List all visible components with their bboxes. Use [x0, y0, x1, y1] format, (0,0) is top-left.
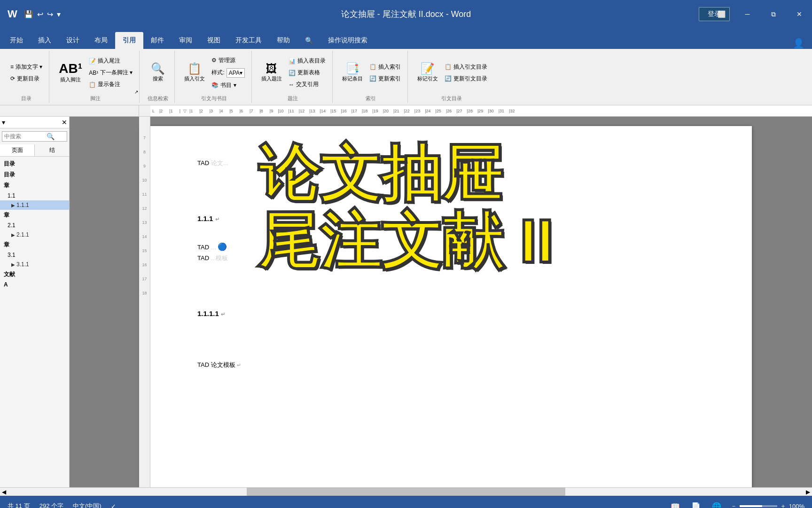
tab-mail[interactable]: 邮件 [143, 32, 172, 49]
doc-heading-1-1-1[interactable]: 1.1.1 ↵ [197, 214, 695, 222]
footnote-icon: AB¹ [59, 62, 82, 75]
update-table-of-authorities-button[interactable]: 🔄 更新引文目录 [443, 74, 489, 84]
scroll-right-button[interactable]: ▶ [804, 489, 812, 495]
tab-start[interactable]: 开始 [2, 32, 31, 49]
insert-index-button[interactable]: 📋 插入索引 [367, 62, 403, 72]
footnote-label: 插入脚注 [60, 76, 81, 83]
nav-item-bibliography[interactable]: 文献 [0, 269, 69, 280]
undo-icon[interactable]: ↩ [37, 10, 43, 19]
research-group-label: 信息检索 [148, 95, 168, 102]
doc-content[interactable]: TAD 论文... 1.1.1 ↵ TAD ... 🔵 TAD ...模板 1.… [197, 159, 695, 369]
style-select[interactable]: 样式: APA ▾ [210, 67, 246, 79]
insert-endnote-button[interactable]: 📝 插入尾注 [87, 56, 134, 66]
tab-help[interactable]: 帮助 [269, 32, 297, 49]
show-notes-button[interactable]: 📋 显示备注 [87, 79, 134, 89]
sidebar-tab-outline[interactable]: 结 [35, 144, 69, 156]
tab-references[interactable]: 引用 [115, 32, 143, 49]
zoom-slider[interactable] [740, 505, 777, 507]
close-button[interactable]: ✕ [786, 0, 812, 28]
scroll-track[interactable] [8, 488, 804, 496]
tab-developer[interactable]: 开发工具 [228, 32, 269, 49]
nav-item-3-1-1[interactable]: ▶3.1.1 [0, 260, 69, 269]
quick-access-more-icon[interactable]: ▾ [57, 10, 61, 19]
nav-item-toc1[interactable]: 目录 [0, 159, 69, 169]
read-view-button[interactable]: 📖 [669, 500, 682, 508]
insert-caption-button[interactable]: 🖼 插入题注 [258, 61, 285, 84]
update-toc-button[interactable]: ⟳ 更新目录 [8, 74, 44, 84]
window-title: 论文抽屉 - 尾注文献 II.docx - Word [341, 8, 471, 20]
nav-item-2-1[interactable]: 2.1 [0, 221, 69, 230]
cross-reference-button[interactable]: ↔ 交叉引用 [287, 79, 328, 89]
zoom-in-button[interactable]: ＋ [780, 502, 786, 508]
nav-item-2-1-1[interactable]: ▶2.1.1 [0, 230, 69, 239]
tab-tell-me[interactable]: 操作说明搜索 [320, 32, 375, 49]
manage-sources-button[interactable]: ⚙ 管理源 [210, 56, 246, 65]
scroll-thumb[interactable] [247, 488, 565, 496]
nav-item-chapter2[interactable]: 章 [0, 210, 69, 221]
ribbon-group-index: 📑 标记条目 📋 插入索引 🔄 更新索引 索引 [335, 51, 408, 103]
sidebar-search-container: 🔍 [2, 131, 67, 142]
insert-table-of-figures-button[interactable]: 📊 插入表目录 [287, 56, 328, 66]
zoom-out-button[interactable]: － [731, 502, 737, 508]
tab-insert[interactable]: 插入 [31, 32, 59, 49]
nav-item-1-1[interactable]: 1.1 [0, 191, 69, 200]
citation-icon: 📋 [187, 63, 202, 74]
sidebar-dropdown-icon[interactable]: ▾ [2, 119, 5, 126]
doc-page[interactable]: 论文抽屉 尾注文献 II TAD 论文... 1.1.1 ↵ TAD ... 🔵… [141, 126, 752, 487]
tab-view[interactable]: 视图 [200, 32, 228, 49]
footnote-expand-icon[interactable]: ↗ [134, 89, 138, 95]
ribbon-group-footnote: AB¹ 插入脚注 📝 插入尾注 AB¹ 下一条脚注 ▾ 📋 显示备注 脚注 ↗ [51, 51, 140, 103]
tab-review[interactable]: 审阅 [172, 32, 200, 49]
minimize-button[interactable]: ─ [734, 0, 760, 28]
tab-layout[interactable]: 布局 [87, 32, 115, 49]
bibliography-button[interactable]: 📚 书目 ▾ [210, 80, 246, 90]
web-view-button[interactable]: 🌐 [710, 500, 723, 508]
search-button[interactable]: 🔍 搜索 [146, 61, 170, 84]
doc-tad-3[interactable]: TAD ...模板 [197, 254, 695, 262]
search-user-icon[interactable]: 👤 [793, 38, 804, 49]
doc-tad-1[interactable]: TAD 论文... [197, 159, 695, 167]
toa-icon: 📋 [445, 64, 452, 70]
status-right: 📖 📄 🌐 － ＋ 100% [669, 500, 804, 508]
tab-design[interactable]: 设计 [59, 32, 87, 49]
insert-footnote-button[interactable]: AB¹ 插入脚注 [56, 60, 85, 85]
insert-table-of-authorities-button[interactable]: 📋 插入引文目录 [443, 62, 489, 72]
redo-icon[interactable]: ↪ [47, 10, 53, 19]
ribbon-display-icon[interactable]: ⬜ [709, 0, 734, 28]
zoom-percent: 100% [789, 503, 804, 508]
print-view-button[interactable]: 📄 [689, 500, 703, 508]
nav-item-3-1[interactable]: 3.1 [0, 250, 69, 260]
mark-citation-button[interactable]: 📝 标记引文 [414, 61, 441, 84]
mark-entry-button[interactable]: 📑 标记条目 [339, 61, 366, 84]
add-text-label: 添加文字 ▾ [16, 63, 42, 71]
nav-item-appendix-a[interactable]: A [0, 280, 69, 289]
spelling-icon[interactable]: ✓ [111, 503, 116, 508]
nav-item-toc2[interactable]: 目录 [0, 169, 69, 180]
nav-item-chapter3[interactable]: 章 [0, 239, 69, 250]
window-controls: ⬜ ─ ⧉ ✕ [709, 0, 812, 28]
next-footnote-button[interactable]: AB¹ 下一条脚注 ▾ [87, 68, 134, 78]
style-dropdown[interactable]: APA ▾ [226, 68, 245, 78]
save-icon[interactable]: 💾 [24, 10, 33, 19]
table-of-figures-icon: 📊 [289, 58, 296, 64]
scroll-left-button[interactable]: ◀ [0, 489, 8, 495]
horizontal-scrollbar[interactable]: ◀ ▶ [0, 487, 812, 496]
doc-heading-1-1-1-1[interactable]: 1.1.1.1 ↵ [197, 310, 695, 318]
doc-area[interactable]: 7 8 9 10 11 12 13 14 15 16 17 18 论文抽屉 尾注… [70, 117, 812, 487]
sidebar-search-icon[interactable]: 🔍 [47, 133, 55, 140]
sidebar-close-icon[interactable]: ✕ [62, 119, 67, 126]
restore-button[interactable]: ⧉ [760, 0, 786, 28]
sidebar-header: ▾ ✕ [0, 117, 69, 128]
doc-tad-2[interactable]: TAD ... 🔵 [197, 242, 695, 251]
tab-search-icon[interactable]: 🔍 [297, 32, 320, 49]
doc-tad-4[interactable]: TAD 论文模板 ↵ [197, 361, 695, 369]
nav-item-1-1-1[interactable]: ▶1.1.1 [0, 200, 69, 210]
update-index-button[interactable]: 🔄 更新索引 [367, 74, 403, 84]
add-text-button[interactable]: ≡ 添加文字 ▾ [8, 62, 44, 72]
sidebar: ▾ ✕ 🔍 页面 结 目录 目录 章 1.1 ▶1.1.1 章 2.1 ▶2.1… [0, 117, 70, 487]
insert-citation-button[interactable]: 📋 插入引文 [181, 61, 208, 84]
sidebar-tab-pages[interactable]: 页面 [0, 144, 35, 156]
sidebar-search-input[interactable] [4, 133, 47, 140]
nav-item-chapter1[interactable]: 章 [0, 180, 69, 191]
update-table-button[interactable]: 🔄 更新表格 [287, 68, 328, 78]
